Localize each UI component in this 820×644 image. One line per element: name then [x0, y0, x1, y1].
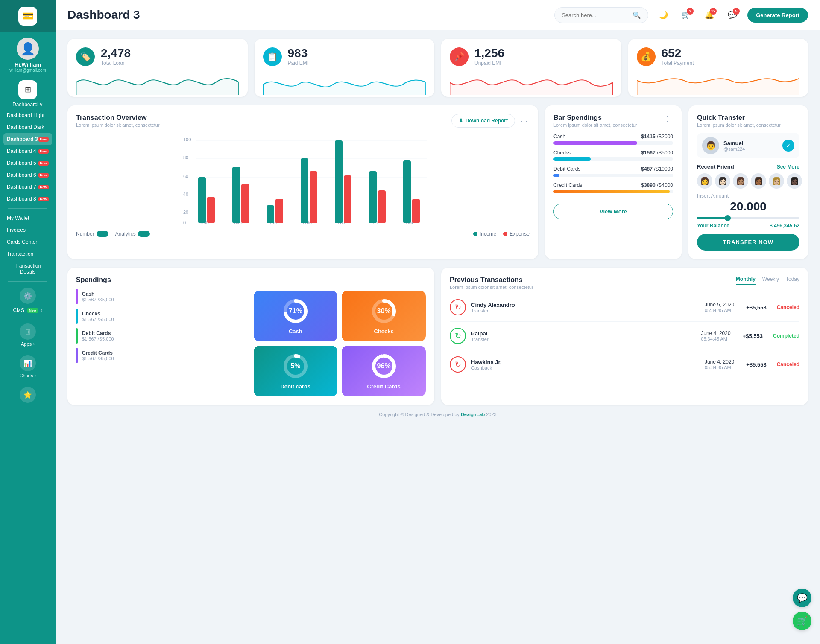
search-bar[interactable]: 🔍 — [554, 7, 648, 23]
sidebar-item-my-wallet[interactable]: My Wallet — [3, 212, 52, 224]
prev-tabs: Monthly Weekly Today — [736, 276, 800, 285]
qt-user-row: 👨 Samuel @sam224 ✓ — [697, 133, 800, 158]
sidebar-item-dashboard-4[interactable]: Dashboard 4 New — [3, 145, 52, 157]
amount-slider-thumb[interactable] — [725, 215, 731, 221]
bottom-row: Spendings Cash $1,567 /S5,000 — [67, 268, 808, 405]
download-icon: ⬇ — [459, 118, 463, 124]
cash-color — [76, 289, 78, 304]
stat-card-paid-emi: 📋 983 Paid EMI — [255, 39, 435, 97]
txn-status-hawkins: Canceled — [777, 361, 800, 367]
txn-menu-button[interactable]: ⋯ — [518, 116, 530, 125]
legend-expense: Expense — [503, 231, 530, 237]
sidebar-item-charts[interactable]: 📊 Charts › — [3, 353, 52, 381]
sidebar-nav: Dashboard Light Dashboard Dark Dashboard… — [0, 109, 56, 411]
sidebar-divider2 — [8, 281, 47, 282]
logo-icon[interactable]: 💳 — [18, 7, 37, 26]
sidebar-item-dashboard-light[interactable]: Dashboard Light — [3, 109, 52, 121]
svg-rect-26 — [310, 171, 317, 223]
svg-rect-27 — [335, 140, 343, 223]
sidebar-item-dashboard-dark[interactable]: Dashboard Dark — [3, 121, 52, 133]
support-float-button[interactable]: 💬 — [793, 589, 811, 607]
unpaid-emi-wave — [450, 70, 613, 95]
svg-rect-23 — [266, 205, 274, 223]
friend-avatar-1[interactable]: 👩 — [697, 173, 712, 189]
amount-slider-fill[interactable] — [697, 217, 728, 219]
cart-float-button[interactable]: 🛒 — [793, 612, 811, 630]
txn-status-cindy: Canceled — [777, 304, 800, 310]
sidebar-item-transaction[interactable]: Transaction — [3, 248, 52, 260]
footer-brand-link[interactable]: DexignLab — [461, 412, 485, 417]
transfer-now-button[interactable]: TRANSFER NOW — [697, 234, 800, 251]
sidebar-item-cms[interactable]: ⚙️ CMS New › — [3, 285, 52, 318]
sidebar-item-apps[interactable]: ⊞ Apps › — [3, 321, 52, 349]
donut-credit-svg-wrap: 96% — [370, 353, 398, 380]
svg-rect-30 — [378, 190, 386, 223]
quick-transfer-card: Quick Transfer Lorem ipsum dolor sit ame… — [688, 105, 808, 259]
sidebar-item-dashboard-7[interactable]: Dashboard 7 New — [3, 181, 52, 193]
quick-transfer-menu-button[interactable]: ⋮ — [788, 114, 800, 123]
txn-list: ↻ Cindy Alexandro Transfer June 5, 2020 … — [450, 293, 800, 379]
chat-icon-button[interactable]: 💬 5 — [724, 7, 741, 23]
friend-avatar-4[interactable]: 👩🏾 — [751, 173, 766, 189]
checks-color — [76, 309, 78, 324]
txn-title: Transaction Overview — [76, 114, 160, 122]
theme-toggle-button[interactable]: 🌙 — [655, 7, 671, 23]
sidebar-dashboard-label[interactable]: Dashboard ∨ — [12, 102, 43, 108]
sidebar-item-dashboard-8[interactable]: Dashboard 8 New — [3, 193, 52, 205]
sidebar-item-dashboard-6[interactable]: Dashboard 6 New — [3, 169, 52, 181]
txn-item-hawkins: ↻ Hawkins Jr. Cashback June 4, 2020 05:3… — [450, 350, 800, 379]
sidebar-item-dashboard-3[interactable]: Dashboard 3 New — [3, 133, 52, 145]
txn-item-paipal: ↻ Paipal Transfer June 4, 2020 05:34:45 … — [450, 322, 800, 350]
sidebar-item-star[interactable]: ⭐ — [3, 384, 52, 407]
tab-weekly[interactable]: Weekly — [762, 276, 779, 285]
paid-emi-value: 983 — [288, 47, 309, 59]
donut-cash: 71% Cash — [254, 291, 338, 341]
sidebar-item-dashboard-5[interactable]: Dashboard 5 New — [3, 157, 52, 169]
sidebar: 💳 👤 Hi,William william@gmail.com ⊞ Dashb… — [0, 0, 56, 644]
legend-number-toggle[interactable] — [97, 231, 108, 237]
expense-dot — [503, 232, 507, 236]
unpaid-emi-label: Unpaid EMI — [474, 60, 504, 66]
debit-bar-fill — [554, 174, 559, 177]
cart-badge: 2 — [687, 8, 694, 15]
qt-user-handle: @sam224 — [723, 146, 745, 152]
view-more-button[interactable]: View More — [554, 204, 673, 219]
svg-rect-24 — [275, 199, 283, 223]
bar-spendings-menu-button[interactable]: ⋮ — [662, 114, 673, 123]
legend-analytics-toggle[interactable] — [138, 231, 150, 237]
stat-cards-row: 🏷️ 2,478 Total Loan 📋 983 Paid EMI — [67, 39, 808, 97]
tab-monthly[interactable]: Monthly — [736, 276, 756, 285]
stat-card-total-loan: 🏷️ 2,478 Total Loan — [67, 39, 248, 97]
txn-date-paipal: June 4, 2020 05:34:45 AM — [701, 330, 730, 341]
middle-row: Transaction Overview Lorem ipsum dolor s… — [67, 105, 808, 259]
friend-avatar-5[interactable]: 👩🏼 — [769, 173, 784, 189]
bar-row-credit: Credit Cards $3890 /S4000 — [554, 182, 673, 193]
cart-icon-button[interactable]: 🛒 2 — [678, 7, 694, 23]
friend-avatar-2[interactable]: 👩🏻 — [715, 173, 730, 189]
see-more-link[interactable]: See More — [777, 164, 800, 170]
sidebar-item-cards-center[interactable]: Cards Center — [3, 236, 52, 248]
donut-checks-svg-wrap: 30% — [370, 297, 398, 325]
legend-number: Number — [76, 231, 108, 237]
friend-avatar-6[interactable]: 👩🏿 — [787, 173, 802, 189]
tab-today[interactable]: Today — [786, 276, 800, 285]
download-report-button[interactable]: ⬇ Download Report — [451, 114, 515, 128]
generate-report-button[interactable]: Generate Report — [747, 8, 808, 23]
sidebar-item-invoices[interactable]: Invoices — [3, 224, 52, 236]
previous-transactions-card: Previous Transactions Lorem ipsum dolor … — [441, 268, 808, 405]
stat-card-unpaid-emi: 📌 1,256 Unpaid EMI — [441, 39, 621, 97]
prev-txn-title: Previous Transactions — [450, 276, 533, 284]
main-content: Dashboard 3 🔍 🌙 🛒 2 🔔 12 💬 5 Generate Re… — [56, 0, 820, 644]
search-input[interactable] — [562, 12, 629, 18]
sidebar-item-transaction-details[interactable]: Transaction Details — [3, 260, 52, 278]
svg-text:100: 100 — [183, 137, 191, 142]
prev-txn-subtitle: Lorem ipsum dolor sit amet, consectetur — [450, 285, 533, 290]
friend-avatar-3[interactable]: 👩🏽 — [733, 173, 748, 189]
txn-icon-cindy: ↻ — [450, 299, 466, 315]
sidebar-avatar: 👤 — [17, 38, 39, 60]
sidebar-dashboard-icon[interactable]: ⊞ — [18, 80, 37, 99]
bell-icon-button[interactable]: 🔔 12 — [701, 7, 718, 23]
svg-rect-21 — [232, 167, 240, 223]
header: Dashboard 3 🔍 🌙 🛒 2 🔔 12 💬 5 Generate Re… — [56, 0, 820, 30]
donut-debit: 5% Debit cards — [254, 346, 338, 396]
